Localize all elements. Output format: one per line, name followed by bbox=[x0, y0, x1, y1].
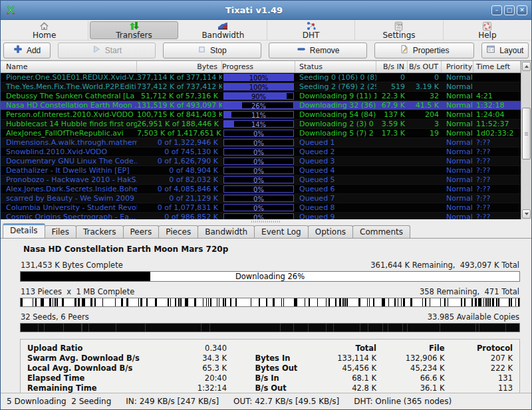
pieces-complete-label: 113 Pieces x 1 MB Complete bbox=[21, 287, 134, 296]
cell-priority: Normal bbox=[442, 203, 473, 212]
column-header-bytes[interactable]: Bytes bbox=[137, 61, 222, 72]
table-row[interactable]: Person.of.Interest.2010.Xvid-VODO100,715… bbox=[1, 110, 521, 120]
cell-name: Columbia University - Student Revol... bbox=[1, 203, 137, 212]
tab-files[interactable]: Files bbox=[45, 225, 76, 238]
nav-item-bandwidth[interactable]: Bandwidth bbox=[180, 21, 267, 40]
cell-bs_out bbox=[408, 138, 442, 147]
table-row[interactable]: Snowblind.2010.Xvid-VODO0 of 745,130 K0%… bbox=[1, 148, 521, 157]
cell-status: Queued 1 bbox=[295, 138, 376, 147]
piece-complete-mark bbox=[346, 298, 348, 306]
stat-col-header: File bbox=[376, 344, 445, 354]
availability-gap-mark bbox=[360, 324, 360, 332]
cell-status: Queued 5 bbox=[295, 175, 376, 184]
vertical-scrollbar[interactable] bbox=[521, 61, 531, 219]
piece-complete-mark bbox=[57, 298, 58, 306]
tab-event-log[interactable]: Event Log bbox=[254, 225, 309, 238]
availability-gap-mark bbox=[88, 324, 89, 332]
column-header-b-s-in[interactable]: B/s IN bbox=[376, 61, 408, 72]
nav-item-home[interactable]: Home bbox=[1, 21, 88, 40]
tab-options[interactable]: Options bbox=[308, 225, 353, 238]
table-header[interactable]: NameBytesProgressStatusB/s INB/s OUTPrio… bbox=[1, 61, 521, 73]
tab-details[interactable]: Details bbox=[3, 223, 45, 238]
table-row[interactable]: Pioneer.One.S01E01.REDUX.Xvid-V...377,11… bbox=[1, 73, 521, 82]
nav-item-dht[interactable]: DHT bbox=[267, 21, 355, 40]
nav-item-transfers[interactable]: Transfers bbox=[90, 21, 178, 39]
tab-comments[interactable]: Comments bbox=[352, 225, 410, 238]
piece-complete-mark bbox=[79, 298, 80, 306]
cell-bs_in bbox=[376, 185, 408, 193]
row-progress-label: 0% bbox=[224, 186, 293, 192]
stat-row: Bytes Out45,456 K45,234 K222 K bbox=[255, 363, 513, 373]
scroll-up-button[interactable] bbox=[522, 62, 531, 71]
table-row[interactable]: scarred by Beauty - We Swim 20090 of 21,… bbox=[1, 194, 521, 203]
remove-button[interactable]: Remove bbox=[269, 43, 367, 58]
piece-complete-mark bbox=[274, 298, 275, 306]
availability-gap-mark bbox=[402, 324, 403, 332]
column-header-name[interactable]: Name bbox=[1, 61, 137, 72]
piece-complete-mark bbox=[217, 298, 218, 306]
piece-complete-mark bbox=[305, 298, 306, 306]
stat-value: 222 K bbox=[445, 363, 513, 373]
table-row[interactable]: Pronobozo - Hackwave 2010 - HakS...0 of … bbox=[1, 175, 521, 185]
table-row[interactable]: AlexJones_FallOfTheRepublic.avi7,503 K o… bbox=[1, 129, 521, 138]
column-header-b-s-out[interactable]: B/s OUT bbox=[408, 61, 442, 72]
properties-icon bbox=[400, 45, 409, 56]
table-row[interactable]: Documentary GNU Linux The Code...0 of 1,… bbox=[1, 157, 521, 166]
minimize-button[interactable]: – bbox=[491, 5, 502, 15]
cell-bs_in bbox=[376, 138, 408, 147]
cell-bytes: 0 of 21,129 K bbox=[137, 194, 222, 203]
cell-time_left: ?:?? bbox=[473, 213, 521, 219]
titlebar[interactable]: Tixati v1.49 –□✕ bbox=[1, 1, 531, 20]
piece-complete-mark bbox=[367, 298, 368, 306]
piece-complete-mark bbox=[168, 298, 169, 306]
column-header-time-left[interactable]: Time Left bbox=[473, 61, 521, 72]
button-label: Layout bbox=[499, 46, 523, 55]
progress-cell: 0% bbox=[222, 194, 295, 203]
piece-complete-mark bbox=[471, 298, 473, 306]
table-row[interactable]: Columbia University - Student Revol...0 … bbox=[1, 203, 521, 213]
nav-item-help[interactable]: Help bbox=[444, 21, 531, 40]
layout-button[interactable]: Layout bbox=[481, 43, 529, 58]
cell-status: Seeding 0 (106) 0 (8) bbox=[295, 73, 376, 82]
stop-button[interactable]: Stop bbox=[163, 43, 261, 58]
scrollbar-thumb[interactable] bbox=[522, 108, 531, 159]
column-header-status[interactable]: Status bbox=[295, 61, 376, 72]
tab-peers[interactable]: Peers bbox=[123, 225, 160, 238]
tab-bandwidth[interactable]: Bandwidth bbox=[198, 225, 255, 238]
column-header-progress[interactable]: Progress bbox=[222, 61, 295, 72]
settings-icon: 789 bbox=[394, 21, 404, 31]
cell-bs_in bbox=[376, 157, 408, 165]
stat-row: Remaining Time1:32:14 bbox=[27, 383, 246, 393]
table-row[interactable]: Hubblecast 14 Hubble finds first org...2… bbox=[1, 120, 521, 129]
row-progress-label: 0% bbox=[224, 140, 293, 146]
table-row[interactable]: Alex.Jones.Dark.Secrets.Inside.Bohe...0 … bbox=[1, 185, 521, 194]
table-row[interactable]: Nasa HD Constellation Earth Moon ...131,… bbox=[1, 101, 521, 110]
availability-gap-mark bbox=[333, 324, 334, 332]
cell-time_left: ?:?? bbox=[473, 157, 521, 165]
table-row[interactable]: Dimensions.A.walk.through.mathem...0 of … bbox=[1, 138, 521, 148]
maximize-button[interactable]: □ bbox=[504, 5, 515, 15]
properties-button[interactable]: Properties bbox=[374, 43, 473, 58]
pane-splitter[interactable] bbox=[1, 219, 531, 224]
tab-pieces[interactable]: Pieces bbox=[158, 225, 198, 238]
table-row[interactable]: The.Yes.Men.Fix.The.World.P2P.Editi...73… bbox=[1, 82, 521, 92]
column-header-priority[interactable]: Priority bbox=[442, 61, 473, 72]
scroll-down-button[interactable] bbox=[522, 209, 531, 219]
stat-label: Swarm Avg. Download B/s bbox=[27, 354, 170, 363]
piece-complete-mark bbox=[309, 298, 310, 306]
table-row[interactable]: Deathalizer - It Dwells Within [EP]0 of … bbox=[1, 166, 521, 175]
stop-icon bbox=[198, 45, 206, 56]
table-row[interactable]: Cosmic Origins Spectrograph - Ea...0 of … bbox=[1, 213, 521, 219]
tab-trackers[interactable]: Trackers bbox=[76, 225, 124, 238]
nav-item-settings[interactable]: 789Settings bbox=[355, 21, 443, 40]
add-button[interactable]: Add bbox=[3, 43, 51, 58]
close-button[interactable]: ✕ bbox=[517, 5, 527, 15]
bandwidth-icon bbox=[217, 21, 228, 31]
download-progress-bar: Downloading 26% bbox=[20, 271, 520, 282]
row-progress-bar: 0% bbox=[223, 213, 294, 219]
cell-bs_in bbox=[376, 194, 408, 203]
row-progress-label: 0% bbox=[224, 214, 293, 219]
cell-name: Person.of.Interest.2010.Xvid-VODO bbox=[1, 110, 137, 119]
cell-bs_in bbox=[376, 203, 408, 212]
table-row[interactable]: Debussy The Sunken Cathedral [La ...51,7… bbox=[1, 92, 521, 101]
